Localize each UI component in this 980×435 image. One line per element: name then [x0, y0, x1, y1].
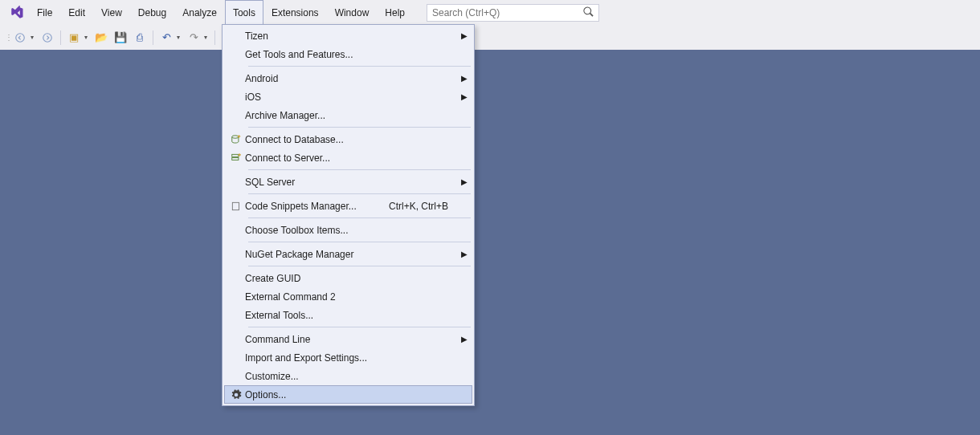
search-icon [583, 6, 594, 19]
menu-item-label: Customize... [245, 371, 459, 382]
save-button[interactable]: 💾 [112, 29, 129, 47]
server-add-icon [227, 152, 245, 164]
menu-separator [248, 218, 471, 218]
vs-logo-icon [5, 0, 29, 25]
svg-point-0 [16, 33, 25, 42]
menu-item-label: Choose Toolbox Items... [245, 225, 459, 236]
menu-item-import-and-export-settings[interactable]: Import and Export Settings... [224, 348, 472, 367]
menu-item-label: External Tools... [245, 310, 459, 321]
dropdown-arrow-icon[interactable]: ▾ [177, 34, 183, 41]
menu-item-label: iOS [245, 91, 459, 103]
menu-item-connect-to-database[interactable]: Connect to Database... [224, 130, 472, 148]
menu-item-label: Create GUID [245, 273, 459, 284]
menu-item-label: NuGet Package Manager [245, 249, 459, 260]
submenu-arrow-icon: ▶ [459, 92, 468, 101]
menu-separator [248, 242, 471, 242]
menu-item-customize[interactable]: Customize... [224, 367, 472, 385]
svg-point-2 [232, 135, 239, 138]
menu-item-options[interactable]: Options... [224, 385, 472, 404]
toolbar-grip-icon: ⋮ [5, 33, 10, 42]
submenu-arrow-icon: ▶ [459, 177, 468, 186]
menu-item-choose-toolbox-items[interactable]: Choose Toolbox Items... [224, 221, 472, 239]
toolbar-separator [153, 30, 153, 45]
menu-item-label: Code Snippets Manager... [245, 201, 389, 212]
submenu-arrow-icon: ▶ [459, 250, 468, 258]
menu-item-label: Options... [245, 389, 459, 400]
dropdown-arrow-icon[interactable]: ▾ [84, 34, 91, 41]
menu-separator [248, 169, 471, 170]
undo-button[interactable]: ↶ [157, 29, 175, 47]
menu-item-label: Connect to Server... [245, 152, 459, 164]
menu-tools[interactable]: Tools [225, 0, 263, 25]
menu-item-connect-to-server[interactable]: Connect to Server... [224, 148, 472, 167]
menu-item-shortcut: Ctrl+K, Ctrl+B [389, 201, 459, 212]
tools-menu-dropdown: Tizen▶Get Tools and Features...Android▶i… [222, 24, 475, 406]
menu-separator [248, 66, 471, 67]
menu-separator [248, 127, 471, 128]
menu-item-label: Android [245, 73, 459, 84]
menu-item-command-line[interactable]: Command Line▶ [224, 330, 472, 348]
gear-icon [227, 389, 245, 400]
menu-item-label: Get Tools and Features... [245, 49, 459, 60]
dropdown-arrow-icon[interactable]: ▾ [31, 34, 37, 41]
toolbar-separator [214, 30, 215, 45]
search-input[interactable] [432, 7, 583, 18]
menu-file[interactable]: File [29, 0, 60, 25]
menu-item-label: Connect to Database... [245, 134, 459, 145]
back-button[interactable] [11, 29, 29, 47]
menu-view[interactable]: View [93, 0, 130, 25]
snippet-icon [227, 201, 245, 212]
forward-button[interactable] [39, 29, 56, 47]
submenu-arrow-icon: ▶ [459, 74, 468, 83]
new-project-button[interactable]: ▣ [65, 29, 83, 47]
redo-button[interactable]: ↷ [185, 29, 202, 47]
quick-launch-search[interactable] [427, 4, 599, 22]
menu-item-external-command-2[interactable]: External Command 2 [224, 287, 472, 306]
submenu-arrow-icon: ▶ [459, 31, 468, 40]
menu-edit[interactable]: Edit [60, 0, 93, 25]
svg-rect-4 [232, 157, 239, 160]
menu-separator [248, 327, 471, 327]
svg-point-1 [43, 33, 52, 42]
db-add-icon [227, 134, 245, 145]
menu-item-label: SQL Server [245, 177, 459, 188]
menu-separator [248, 193, 471, 194]
menu-extensions[interactable]: Extensions [263, 0, 327, 25]
submenu-arrow-icon: ▶ [459, 335, 468, 344]
menu-item-label: Command Line [245, 334, 459, 345]
menu-help[interactable]: Help [377, 0, 413, 25]
menu-item-code-snippets-manager[interactable]: Code Snippets Manager...Ctrl+K, Ctrl+B [224, 197, 472, 215]
menu-debug[interactable]: Debug [130, 0, 174, 25]
menu-item-label: External Command 2 [245, 291, 459, 303]
menu-item-label: Tizen [245, 30, 459, 42]
menu-item-ios[interactable]: iOS▶ [224, 87, 472, 106]
dropdown-arrow-icon[interactable]: ▾ [204, 34, 210, 41]
menu-item-label: Import and Export Settings... [245, 352, 459, 364]
editor-area [0, 50, 980, 435]
menu-item-nuget-package-manager[interactable]: NuGet Package Manager▶ [224, 245, 472, 263]
svg-rect-5 [232, 202, 239, 209]
save-all-button[interactable]: ⎙ [131, 29, 149, 47]
menu-item-get-tools-and-features[interactable]: Get Tools and Features... [224, 45, 472, 63]
menu-item-label: Archive Manager... [245, 110, 459, 121]
menu-item-tizen[interactable]: Tizen▶ [224, 26, 472, 45]
menu-item-external-tools[interactable]: External Tools... [224, 306, 472, 324]
menu-window[interactable]: Window [327, 0, 378, 25]
menu-analyze[interactable]: Analyze [174, 0, 225, 25]
menubar: FileEditViewDebugAnalyzeToolsExtensionsW… [0, 0, 980, 25]
menu-item-sql-server[interactable]: SQL Server▶ [224, 173, 472, 191]
menu-item-create-guid[interactable]: Create GUID [224, 269, 472, 287]
svg-rect-3 [232, 154, 239, 157]
menu-item-android[interactable]: Android▶ [224, 69, 472, 87]
menu-item-archive-manager[interactable]: Archive Manager... [224, 106, 472, 124]
toolbar: ⋮ ▾ ▣ ▾ 📂 💾 ⎙ ↶ ▾ ↷ ▾ [0, 25, 980, 50]
toolbar-separator [60, 30, 61, 45]
open-file-button[interactable]: 📂 [92, 29, 110, 47]
menu-separator [248, 266, 471, 266]
